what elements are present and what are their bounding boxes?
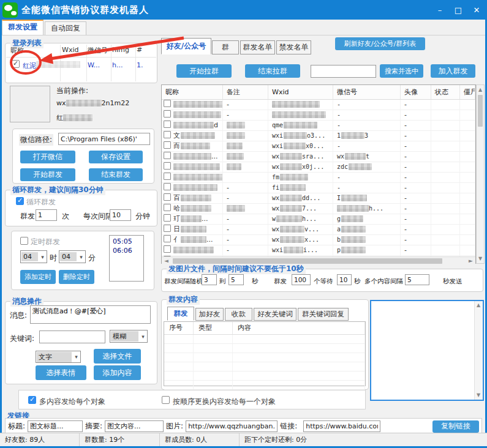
add-to-send-button[interactable]: 加入群发 (431, 64, 475, 78)
row-select-checkbox[interactable] (164, 173, 171, 180)
row-select-checkbox[interactable] (164, 100, 171, 107)
row-select-checkbox[interactable] (164, 193, 171, 201)
tab-group-keyword-reply[interactable]: 群关键词回复 (298, 308, 349, 321)
sequential-content-checkbox[interactable] (162, 396, 170, 404)
row-select-checkbox[interactable] (164, 225, 171, 232)
message-textarea[interactable]: 测试消息ad！@#[爱心] (30, 305, 151, 324)
row-select-checkbox[interactable] (164, 162, 171, 170)
log-scrollbar[interactable]: ▲ ▼ (474, 301, 483, 400)
delete-timer-button[interactable]: 删除定时 (59, 270, 94, 284)
open-wechat-button[interactable]: 打开微信 (20, 151, 75, 163)
col-wxid[interactable]: Wxid (268, 85, 333, 99)
row-select-checkbox[interactable] (164, 235, 171, 242)
scroll-down-icon[interactable]: ▼ (475, 392, 482, 399)
row-select-checkbox[interactable] (164, 245, 171, 253)
copy-link-button[interactable]: 复制链接 (432, 420, 479, 433)
friend-row[interactable]: fm-- (162, 173, 475, 183)
row-select-checkbox[interactable] (164, 183, 171, 190)
row-select-checkbox[interactable] (164, 131, 171, 138)
col-remark[interactable]: 备注 (223, 85, 268, 99)
link-image-input[interactable] (186, 420, 277, 432)
keyword-input[interactable] (39, 330, 105, 343)
interval-to-input[interactable] (228, 274, 244, 285)
wait-seconds-input[interactable] (337, 274, 352, 285)
log-textbox[interactable]: ▲ ▼ (370, 300, 484, 401)
tab-friends-accounts[interactable]: 好友/公众号 (161, 38, 211, 54)
tab-mass-send[interactable]: 群发 (167, 307, 194, 321)
refresh-lists-button[interactable]: 刷新好友/公众号/群列表 (335, 37, 425, 50)
tab-groups[interactable]: 群 (212, 40, 239, 54)
timer-times-listbox[interactable]: 05:05 06:06 (109, 235, 144, 282)
link-summary-input[interactable] (105, 420, 164, 432)
batch-count-input[interactable] (292, 274, 311, 285)
col-nickname[interactable]: 昵称 (162, 85, 223, 99)
timer-time-item[interactable]: 05:05 (113, 237, 140, 246)
row-select-checkbox[interactable] (164, 152, 171, 159)
friend-row[interactable]: 文wxio3...13- (162, 131, 475, 141)
minimize-icon[interactable]: – (431, 0, 449, 20)
tab-add-friend[interactable]: 加好友 (195, 308, 224, 321)
tab-auto-reply[interactable]: 自动回复 (45, 21, 86, 35)
hour-select[interactable]: 04 ▾ (20, 250, 47, 263)
friend-row[interactable]: --- (162, 110, 475, 121)
col-status[interactable]: 状态 (431, 85, 460, 99)
row-select-checkbox[interactable] (164, 141, 171, 149)
scrollbar-thumb[interactable] (173, 258, 442, 264)
multi-content-checkbox[interactable] (28, 396, 36, 404)
vertical-scrollbar[interactable]: ▲ ▼ (476, 84, 485, 264)
maximize-icon[interactable]: □ (449, 0, 467, 20)
friend-row[interactable]: wxx0j...zdc- (162, 162, 475, 173)
scroll-up-icon[interactable]: ▲ (477, 86, 484, 94)
select-file-button[interactable]: 选择文件 (94, 349, 141, 364)
friend-row[interactable]: 而wxix0...-- (162, 141, 475, 152)
match-mode-select[interactable]: 模糊 ▾ (110, 330, 148, 343)
start-mass-send-button[interactable]: 开始群发 (20, 168, 75, 181)
interval-from-input[interactable] (202, 274, 217, 285)
multi-content-interval-input[interactable] (405, 274, 429, 285)
friend-row[interactable]: dqme-- (162, 121, 475, 131)
search-input[interactable] (311, 65, 376, 78)
start-pull-group-button[interactable]: 开始拉群 (176, 64, 232, 78)
add-content-button[interactable]: 添加内容 (94, 365, 141, 380)
friend-row[interactable]: -wxii...p- (162, 245, 475, 256)
friend-row[interactable]: 日-wxv...a- (162, 225, 475, 235)
scroll-up-icon[interactable]: ▲ (475, 302, 482, 309)
search-select-button[interactable]: 搜索并选中 (380, 64, 423, 78)
link-url-input[interactable] (303, 420, 380, 432)
tab-mass-send-settings[interactable]: 群发设置 (2, 20, 43, 35)
col-zombie[interactable]: 僵尸 (460, 85, 475, 99)
timer-send-checkbox[interactable] (20, 237, 28, 245)
friend-row[interactable]: 亻...-wxx...b- (162, 235, 475, 245)
row-select-checkbox[interactable] (164, 110, 171, 118)
stop-mass-send-button[interactable]: 结束群发 (89, 168, 143, 181)
select-emoji-button[interactable]: 选择表情 (36, 365, 86, 380)
tab-send-list[interactable]: 群发名单 (240, 40, 275, 54)
content-type-select[interactable]: 文字 ▾ (36, 351, 81, 363)
friend-row[interactable]: --- (162, 100, 475, 110)
link-title-input[interactable] (28, 420, 83, 432)
close-icon[interactable]: ✕ (467, 0, 486, 20)
row-select-checkbox[interactable] (164, 214, 171, 222)
end-pull-group-button[interactable]: 结束拉群 (245, 64, 300, 78)
friend-row[interactable]: 百-wxdd...I- (162, 193, 475, 204)
add-timer-button[interactable]: 添加定时 (20, 270, 56, 284)
col-wechat-id[interactable]: 微信号 (333, 85, 401, 99)
wechat-path-input[interactable] (58, 133, 150, 145)
scroll-right-icon[interactable]: ► (467, 257, 475, 265)
timer-time-item[interactable]: 06:06 (113, 246, 140, 255)
login-row-checkbox[interactable] (12, 60, 20, 68)
friend-row[interactable]: -fi-- (162, 183, 475, 193)
minute-select[interactable]: 04 ▾ (59, 250, 86, 263)
row-select-checkbox[interactable] (164, 121, 171, 128)
scroll-down-icon[interactable]: ▼ (477, 255, 484, 263)
friend-row[interactable]: ...wxsra...wxt- (162, 152, 475, 162)
row-select-checkbox[interactable] (164, 204, 171, 211)
save-settings-button[interactable]: 保存设置 (89, 151, 143, 163)
friend-row[interactable]: 玎...-wh...g- (162, 214, 475, 225)
send-times-input[interactable] (36, 209, 57, 221)
scrollbar-thumb[interactable] (478, 95, 483, 127)
friend-row[interactable]: 哈wx7...h...- (162, 204, 475, 214)
tab-collect-payment[interactable]: 收款 (225, 308, 252, 321)
tab-banned-list[interactable]: 禁发名单 (276, 40, 311, 54)
col-avatar[interactable]: 头像 (401, 85, 431, 99)
